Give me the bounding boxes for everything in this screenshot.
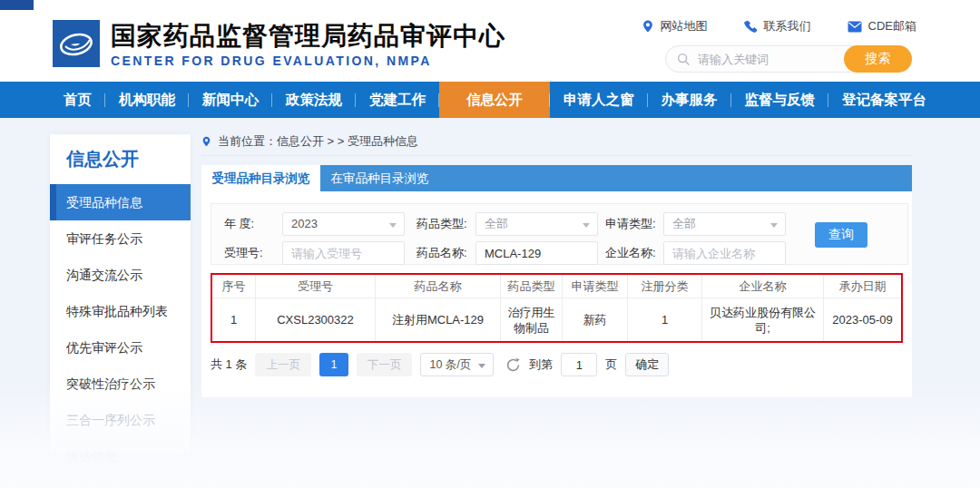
cell-drug-type: 治疗用生物制品 bbox=[501, 298, 563, 341]
drug-name-input[interactable] bbox=[475, 241, 598, 265]
nav-item-policies[interactable]: 政策法规 bbox=[272, 82, 356, 118]
sidebar-item-delivery-info[interactable]: 送达信息 bbox=[50, 438, 191, 474]
company-name-input[interactable] bbox=[663, 241, 786, 265]
sidebar-title: 信息公开 bbox=[50, 134, 191, 184]
location-pin-icon bbox=[642, 19, 654, 34]
year-label: 年 度: bbox=[224, 212, 254, 236]
sidebar-item-review-tasks[interactable]: 审评任务公示 bbox=[50, 220, 191, 257]
site-header: 国家药品监督管理局药品审评中心 CENTER FOR DRUG EVALUATI… bbox=[0, 0, 980, 82]
page-size-value: 10 条/页 bbox=[429, 358, 471, 371]
site-subtitle: CENTER FOR DRUG EVALUATION, NMPA bbox=[111, 54, 505, 68]
pagination: 共 1 条 上一页 1 下一页 10 条/页 到第 页 确定 bbox=[211, 353, 669, 376]
cell-drug-name: 注射用MCLA-129 bbox=[376, 298, 501, 341]
sitemap-link[interactable]: 网站地图 bbox=[642, 18, 708, 34]
cell-acceptance-no: CXSL2300322 bbox=[256, 298, 376, 341]
goto-page-prefix: 到第 bbox=[529, 356, 553, 373]
col-header-apply-type: 申请类型 bbox=[563, 275, 628, 298]
refresh-button[interactable] bbox=[505, 357, 521, 373]
drug-type-label: 药品类型: bbox=[416, 212, 467, 236]
sidebar-item-three-in-one[interactable]: 三合一序列公示 bbox=[50, 402, 191, 438]
sitemap-link-label: 网站地图 bbox=[661, 18, 708, 34]
chevron-down-icon bbox=[478, 364, 485, 368]
main-content: 当前位置：信息公开 > > 受理品种信息 受理品种目录浏览 在审品种目录浏览 年… bbox=[201, 127, 912, 397]
cde-logo[interactable] bbox=[53, 20, 100, 67]
col-header-drug-type: 药品类型 bbox=[501, 275, 563, 298]
top-utility-links: 网站地图 联系我们 CDE邮箱 bbox=[642, 18, 916, 34]
cde-website-screenshot: 国家药品监督管理局药品审评中心 CENTER FOR DRUG EVALUATI… bbox=[0, 0, 980, 488]
drug-name-label: 药品名称: bbox=[416, 241, 467, 265]
tab-accepted-catalog[interactable]: 受理品种目录浏览 bbox=[201, 165, 320, 191]
col-header-drug-name: 药品名称 bbox=[376, 275, 501, 298]
next-page-button[interactable]: 下一页 bbox=[357, 353, 413, 376]
nav-item-supervision[interactable]: 监督与反馈 bbox=[731, 82, 829, 118]
drug-type-select[interactable]: 全部 bbox=[475, 212, 598, 236]
corner-strip bbox=[0, 0, 34, 10]
sidebar-item-accepted-varieties[interactable]: 受理品种信息 bbox=[50, 184, 191, 220]
col-header-reg-category: 注册分类 bbox=[628, 275, 702, 298]
chevron-down-icon bbox=[583, 223, 590, 228]
chevron-down-icon bbox=[389, 223, 397, 228]
contact-link[interactable]: 联系我们 bbox=[744, 18, 811, 34]
col-header-company: 企业名称 bbox=[702, 275, 824, 298]
breadcrumb: 当前位置：信息公开 > > 受理品种信息 bbox=[201, 127, 912, 156]
col-header-date: 承办日期 bbox=[824, 275, 901, 298]
search-icon bbox=[677, 53, 691, 66]
mail-icon bbox=[848, 21, 862, 33]
company-name-label: 企业名称: bbox=[605, 241, 656, 265]
nav-item-info-disclosure[interactable]: 信息公开 bbox=[439, 82, 550, 118]
nav-item-functions[interactable]: 机构职能 bbox=[105, 82, 189, 118]
tab-under-review-catalog[interactable]: 在审品种目录浏览 bbox=[320, 165, 439, 191]
goto-page-input[interactable] bbox=[561, 353, 597, 376]
apply-type-select-value: 全部 bbox=[672, 217, 696, 230]
sidebar-item-special-approval[interactable]: 特殊审批品种列表 bbox=[50, 293, 191, 329]
confirm-button[interactable]: 确定 bbox=[625, 353, 669, 376]
goto-page-suffix: 页 bbox=[605, 356, 617, 373]
sidebar-item-breakthrough-therapy[interactable]: 突破性治疗公示 bbox=[50, 366, 191, 402]
main-nav: 首页 机构职能 新闻中心 政策法规 党建工作 信息公开 申请人之窗 办事服务 监… bbox=[0, 82, 980, 118]
search-input[interactable] bbox=[698, 53, 843, 66]
table-header-row: 序号 受理号 药品名称 药品类型 申请类型 注册分类 企业名称 承办日期 bbox=[212, 275, 901, 298]
cell-reg-category: 1 bbox=[628, 298, 702, 341]
brand-block: 国家药品监督管理局药品审评中心 CENTER FOR DRUG EVALUATI… bbox=[111, 22, 505, 68]
query-button[interactable]: 查询 bbox=[815, 222, 867, 248]
breadcrumb-pin-icon bbox=[201, 135, 211, 148]
acceptance-no-input[interactable] bbox=[282, 241, 405, 265]
sidebar: 信息公开 受理品种信息 审评任务公示 沟通交流公示 特殊审批品种列表 优先审评公… bbox=[50, 134, 191, 454]
filter-panel: 年 度: 2023 药品类型: 全部 申请类型: 全部 受理号: 药品名称: 企… bbox=[211, 203, 908, 265]
col-header-index: 序号 bbox=[212, 275, 256, 298]
search-button[interactable]: 搜索 bbox=[844, 45, 912, 73]
cde-logo-swirl-icon bbox=[53, 20, 100, 67]
col-header-acceptance-no: 受理号 bbox=[256, 275, 376, 298]
cell-apply-type: 新药 bbox=[563, 298, 628, 341]
table-row[interactable]: 1 CXSL2300322 注射用MCLA-129 治疗用生物制品 新药 1 贝… bbox=[212, 298, 901, 341]
prev-page-button[interactable]: 上一页 bbox=[255, 353, 311, 376]
nav-item-registration-platform[interactable]: 登记备案平台 bbox=[828, 82, 940, 118]
cell-index: 1 bbox=[212, 298, 256, 341]
nav-item-party[interactable]: 党建工作 bbox=[356, 82, 439, 118]
nav-item-home[interactable]: 首页 bbox=[50, 82, 105, 118]
nav-item-news[interactable]: 新闻中心 bbox=[189, 82, 272, 118]
sidebar-item-communication[interactable]: 沟通交流公示 bbox=[50, 257, 191, 293]
nav-item-services[interactable]: 办事服务 bbox=[648, 82, 731, 118]
cde-mail-link-label: CDE邮箱 bbox=[868, 18, 916, 34]
refresh-icon bbox=[505, 357, 521, 373]
phone-icon bbox=[744, 20, 758, 34]
current-page-button[interactable]: 1 bbox=[319, 353, 348, 376]
content-card: 年 度: 2023 药品类型: 全部 申请类型: 全部 受理号: 药品名称: 企… bbox=[201, 191, 912, 397]
breadcrumb-text: 当前位置：信息公开 > > 受理品种信息 bbox=[218, 133, 418, 150]
tab-bar: 受理品种目录浏览 在审品种目录浏览 bbox=[201, 165, 912, 191]
year-select-value: 2023 bbox=[291, 217, 318, 230]
acceptance-no-label: 受理号: bbox=[224, 241, 263, 265]
site-title: 国家药品监督管理局药品审评中心 bbox=[111, 22, 505, 51]
apply-type-select[interactable]: 全部 bbox=[663, 212, 786, 236]
chevron-down-icon bbox=[770, 223, 778, 228]
year-select[interactable]: 2023 bbox=[282, 212, 405, 236]
cell-company: 贝达药业股份有限公司; bbox=[702, 298, 824, 341]
results-table: 序号 受理号 药品名称 药品类型 申请类型 注册分类 企业名称 承办日期 1 C… bbox=[211, 273, 903, 343]
cde-mail-link[interactable]: CDE邮箱 bbox=[848, 18, 916, 34]
site-search: 搜索 bbox=[665, 45, 912, 73]
sidebar-item-priority-review[interactable]: 优先审评公示 bbox=[50, 329, 191, 366]
drug-type-select-value: 全部 bbox=[485, 217, 508, 230]
nav-item-applicant-window[interactable]: 申请人之窗 bbox=[550, 82, 648, 118]
page-size-select[interactable]: 10 条/页 bbox=[420, 353, 494, 376]
